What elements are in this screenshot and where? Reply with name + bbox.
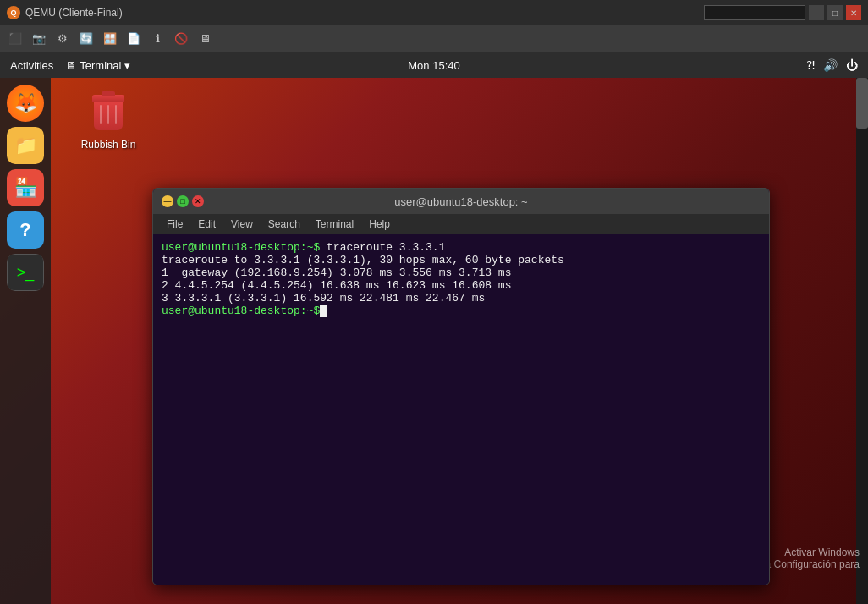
scrollbar-thumb[interactable] (856, 78, 868, 129)
terminal-menu-edit[interactable]: Edit (191, 214, 222, 234)
desktop-icon-rubbish-bin[interactable]: Rubbish Bin (74, 95, 142, 151)
ubuntu-dock: 📁 🏪 ? >_ (0, 78, 51, 604)
rubbish-bin-label: Rubbish Bin (81, 139, 136, 151)
terminal-prompt-1: user@ubuntu18-desktop:~$ (162, 241, 320, 254)
terminal-window-buttons: — □ ✕ (162, 195, 204, 207)
trash-lines (94, 105, 123, 124)
gnome-topbar: Activities 🖥 Terminal ▾ Mon 15:40 ⁈ 🔊 ⏻ (0, 52, 868, 78)
trash-lid (92, 95, 124, 102)
terminal-output-line2: 1 _gateway (192.168.9.254) 3.078 ms 3.55… (162, 266, 761, 279)
gnome-terminal-arrow: ▾ (124, 59, 130, 72)
terminal-cursor (320, 305, 327, 317)
terminal-output-line3: 2 4.4.5.254 (4.4.5.254) 16.638 ms 16.623… (162, 279, 761, 292)
qemu-maximize-button[interactable]: □ (827, 5, 843, 20)
terminal-titlebar: — □ ✕ user@ubuntu18-desktop: ~ (153, 189, 769, 214)
qemu-title-left: Q QEMU (Cliente-Final) (7, 6, 123, 19)
terminal-output-line1: traceroute to 3.3.3.1 (3.3.3.1), 30 hops… (162, 254, 761, 266)
toolbar-stop-btn[interactable]: 🚫 (171, 29, 191, 49)
dock-item-firefox[interactable] (7, 85, 44, 122)
firefox-icon (7, 85, 44, 122)
toolbar-screenshot-btn[interactable]: ⬛ (5, 29, 25, 49)
qemu-titlebar: Q QEMU (Cliente-Final) — □ ✕ (0, 0, 868, 25)
toolbar-info-btn[interactable]: ℹ (147, 29, 168, 49)
terminal-menu-search[interactable]: Search (261, 214, 307, 234)
toolbar-monitor-btn[interactable]: 🖥 (195, 29, 215, 49)
gnome-system-tray: ⁈ 🔊 ⏻ (806, 58, 858, 72)
terminal-minimize-button[interactable]: — (162, 195, 173, 207)
toolbar-windows-btn[interactable]: 🪟 (100, 29, 120, 49)
toolbar-refresh-btn[interactable]: 🔄 (76, 29, 96, 49)
gnome-topbar-left: Activities 🖥 Terminal ▾ (10, 59, 130, 72)
gnome-app-menu[interactable]: 🖥 Terminal ▾ (65, 59, 130, 72)
terminal-maximize-button[interactable]: □ (177, 195, 189, 207)
terminal-window: — □ ✕ user@ubuntu18-desktop: ~ File Edit… (152, 188, 770, 585)
gnome-activities-button[interactable]: Activities (10, 59, 53, 72)
terminal-menu-view[interactable]: View (224, 214, 260, 234)
qemu-window-title: QEMU (Cliente-Final) (25, 7, 123, 19)
trash-body (94, 102, 123, 130)
terminal-menu-file[interactable]: File (160, 214, 190, 234)
gnome-clock: Mon 15:40 (408, 59, 459, 72)
terminal-menu-icon: 🖥 (65, 59, 76, 72)
qemu-search-input[interactable] (704, 5, 805, 20)
trash-line-2 (107, 105, 109, 124)
dock-item-software[interactable]: 🏪 (7, 169, 44, 206)
help-icon: ? (7, 211, 44, 249)
software-icon: 🏪 (7, 169, 44, 206)
toolbar-display-btn[interactable]: 📷 (29, 29, 49, 49)
terminal-menu-terminal[interactable]: Terminal (309, 214, 360, 234)
trash-icon (88, 95, 129, 135)
terminal-close-button[interactable]: ✕ (192, 195, 204, 207)
ubuntu-desktop: Activities 🖥 Terminal ▾ Mon 15:40 ⁈ 🔊 ⏻ … (0, 52, 868, 604)
qemu-close-button[interactable]: ✕ (846, 5, 861, 20)
trash-line-1 (100, 105, 102, 124)
terminal-output-line4: 3 3.3.3.1 (3.3.3.1) 16.592 ms 22.481 ms … (162, 292, 761, 305)
qemu-logo-icon: Q (7, 6, 20, 19)
terminal-menu-help[interactable]: Help (362, 214, 397, 234)
terminal-line-prompt2: user@ubuntu18-desktop:~$ (162, 305, 761, 317)
dock-item-files[interactable]: 📁 (7, 127, 44, 164)
terminal-menubar: File Edit View Search Terminal Help (153, 214, 769, 234)
toolbar-settings-btn[interactable]: ⚙ (52, 29, 73, 49)
dock-item-help[interactable]: ? (7, 211, 44, 249)
dock-item-terminal[interactable]: >_ (7, 254, 44, 291)
terminal-dock-icon: >_ (7, 254, 44, 291)
qemu-window-controls: — □ ✕ (704, 5, 861, 20)
terminal-window-title: user@ubuntu18-desktop: ~ (394, 195, 527, 208)
gnome-terminal-label: Terminal (80, 59, 121, 72)
terminal-prompt-2: user@ubuntu18-desktop:~$ (162, 305, 320, 317)
qemu-toolbar: ⬛ 📷 ⚙ 🔄 🪟 📄 ℹ 🚫 🖥 (0, 25, 868, 52)
gnome-power-icon[interactable]: ⏻ (846, 58, 858, 72)
toolbar-page-btn[interactable]: 📄 (124, 29, 144, 49)
trash-line-3 (115, 105, 117, 124)
terminal-command-1: traceroute 3.3.3.1 (320, 241, 445, 254)
desktop-scrollbar[interactable] (856, 78, 868, 604)
qemu-minimize-button[interactable]: — (809, 5, 824, 20)
terminal-content[interactable]: user@ubuntu18-desktop:~$ traceroute 3.3.… (153, 234, 769, 585)
gnome-a11y-icon[interactable]: ⁈ (806, 58, 815, 72)
gnome-volume-icon[interactable]: 🔊 (823, 58, 838, 72)
files-icon: 📁 (7, 127, 44, 164)
terminal-line-1: user@ubuntu18-desktop:~$ traceroute 3.3.… (162, 241, 761, 254)
